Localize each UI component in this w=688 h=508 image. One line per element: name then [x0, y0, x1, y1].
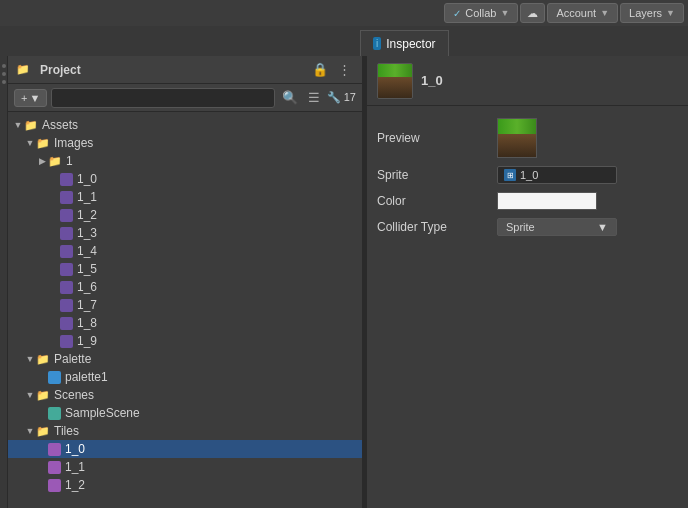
- left-strip: [0, 56, 8, 508]
- item-label: 1_6: [77, 280, 97, 294]
- cloud-button[interactable]: ☁: [520, 3, 545, 23]
- inspector-header: 1_0: [367, 56, 688, 106]
- inspector-body: Preview Sprite ⊞ 1_0 Co: [367, 106, 688, 508]
- inspector-row-collider: Collider Type Sprite ▼: [367, 214, 688, 240]
- color-picker[interactable]: [497, 192, 597, 210]
- palette-folder-icon: 📁: [36, 353, 50, 366]
- sprite-label: Sprite: [377, 168, 497, 182]
- images-toggle-icon: ▼: [24, 138, 36, 148]
- scenes-label: Scenes: [54, 388, 94, 402]
- preview-thumbnail: [497, 118, 537, 158]
- strip-dot-3: [2, 80, 6, 84]
- item-label: 1_7: [77, 298, 97, 312]
- item-label: 1_8: [77, 316, 97, 330]
- collab-check-icon: ✓: [453, 8, 461, 19]
- list-item[interactable]: 1_2: [8, 476, 362, 494]
- sprite-icon: [60, 263, 73, 276]
- sprite-icon: [60, 299, 73, 312]
- list-item[interactable]: SampleScene: [8, 404, 362, 422]
- count-value: 17: [344, 91, 356, 103]
- preview-thumb-inner: [498, 119, 536, 157]
- list-item[interactable]: 1_3: [8, 224, 362, 242]
- cloud-icon: ☁: [527, 7, 538, 20]
- scenes-folder-icon: 📁: [36, 389, 50, 402]
- images-label: Images: [54, 136, 93, 150]
- project-panel-title: Project: [40, 63, 81, 77]
- filter-icon-button[interactable]: ☰: [305, 89, 323, 106]
- tree-item-img-1[interactable]: ▶ 📁 1: [8, 152, 362, 170]
- img1-folder-icon: 📁: [48, 155, 62, 168]
- list-item[interactable]: palette1: [8, 368, 362, 386]
- inspector-tab-icon: i: [373, 37, 381, 50]
- sprite-icon: [60, 191, 73, 204]
- item-label: 1_5: [77, 262, 97, 276]
- collider-label: Collider Type: [377, 220, 497, 234]
- asset-name: 1_0: [421, 73, 443, 88]
- panel-lock-button[interactable]: 🔒: [309, 61, 331, 78]
- project-panel: 📁 Project 🔒 ⋮ + ▼ 🔍 ☰ 🔧 17: [8, 56, 363, 508]
- search-icon-button[interactable]: 🔍: [279, 89, 301, 106]
- sprite-icon: [60, 227, 73, 240]
- list-item[interactable]: 1_9: [8, 332, 362, 350]
- item-label: 1_3: [77, 226, 97, 240]
- preview-value: [497, 118, 678, 158]
- list-item[interactable]: 1_5: [8, 260, 362, 278]
- sprite-icon: [60, 335, 73, 348]
- list-item[interactable]: 1_8: [8, 314, 362, 332]
- tiles-folder-icon: 📁: [36, 425, 50, 438]
- add-icon: +: [21, 92, 27, 104]
- tree-item-scenes[interactable]: ▼ 📁 Scenes: [8, 386, 362, 404]
- project-folder-icon: 📁: [16, 63, 30, 76]
- list-item[interactable]: 1_4: [8, 242, 362, 260]
- project-tree[interactable]: ▼ 📁 Assets ▼ 📁 Images ▶ 📁 1 1_0: [8, 112, 362, 508]
- list-item[interactable]: 1_6: [8, 278, 362, 296]
- inspector-row-color: Color: [367, 188, 688, 214]
- tiles-label: Tiles: [54, 424, 79, 438]
- add-button[interactable]: + ▼: [14, 89, 47, 107]
- tab-inspector[interactable]: i Inspector: [360, 30, 449, 56]
- list-item[interactable]: 1_1: [8, 458, 362, 476]
- list-item[interactable]: 1_2: [8, 206, 362, 224]
- main-layout: 📁 Project 🔒 ⋮ + ▼ 🔍 ☰ 🔧 17: [0, 56, 688, 508]
- tree-item-palette[interactable]: ▼ 📁 Palette: [8, 350, 362, 368]
- strip-dot-1: [2, 64, 6, 68]
- item-label: 1_9: [77, 334, 97, 348]
- tree-item-images[interactable]: ▼ 📁 Images: [8, 134, 362, 152]
- item-label: 1_1: [65, 460, 85, 474]
- tiles-toggle-icon: ▼: [24, 426, 36, 436]
- sprite-icon: [60, 209, 73, 222]
- tree-item-assets[interactable]: ▼ 📁 Assets: [8, 116, 362, 134]
- panel-header: 📁 Project 🔒 ⋮: [8, 56, 362, 84]
- layers-arrow-icon: ▼: [666, 8, 675, 18]
- sprite-icon: [60, 173, 73, 186]
- sprite-field[interactable]: ⊞ 1_0: [497, 166, 617, 184]
- item-label: 1_2: [65, 478, 85, 492]
- sprite-icon: [60, 317, 73, 330]
- palette-folder-label: Palette: [54, 352, 91, 366]
- account-label: Account: [556, 7, 596, 19]
- asset-thumbnail: [377, 63, 413, 99]
- collab-button[interactable]: ✓ Collab ▼: [444, 3, 518, 23]
- list-item[interactable]: 1_0: [8, 440, 362, 458]
- collider-dropdown-arrow-icon: ▼: [597, 221, 608, 233]
- list-item[interactable]: 1_0: [8, 170, 362, 188]
- top-bar: ✓ Collab ▼ ☁ Account ▼ Layers ▼: [0, 0, 688, 26]
- sprite-field-value: 1_0: [520, 169, 538, 181]
- panel-menu-button[interactable]: ⋮: [335, 61, 354, 78]
- sprite-field-icon: ⊞: [504, 169, 516, 181]
- account-button[interactable]: Account ▼: [547, 3, 618, 23]
- layers-label: Layers: [629, 7, 662, 19]
- account-arrow-icon: ▼: [600, 8, 609, 18]
- tree-item-tiles[interactable]: ▼ 📁 Tiles: [8, 422, 362, 440]
- assets-toggle-icon: ▼: [12, 120, 24, 130]
- item-label: SampleScene: [65, 406, 140, 420]
- img1-toggle-icon: ▶: [36, 156, 48, 166]
- sprite-icon: [60, 245, 73, 258]
- search-input[interactable]: [51, 88, 274, 108]
- item-label: 1_4: [77, 244, 97, 258]
- layers-button[interactable]: Layers ▼: [620, 3, 684, 23]
- collider-dropdown[interactable]: Sprite ▼: [497, 218, 617, 236]
- list-item[interactable]: 1_1: [8, 188, 362, 206]
- add-arrow-icon: ▼: [29, 92, 40, 104]
- list-item[interactable]: 1_7: [8, 296, 362, 314]
